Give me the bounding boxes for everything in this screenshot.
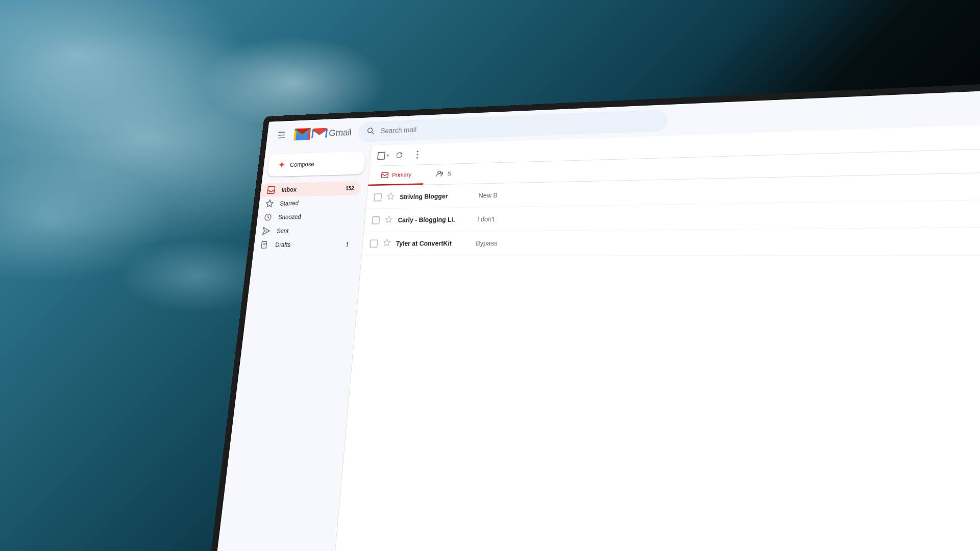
svg-point-15	[440, 172, 443, 174]
social-tab-label: S	[447, 170, 451, 177]
email-sender-1: Striving Blogger	[400, 192, 474, 201]
svg-marker-17	[385, 216, 393, 222]
sent-label: Sent	[277, 227, 351, 235]
search-icon	[366, 126, 375, 137]
drafts-badge: 1	[346, 241, 349, 247]
sidebar-item-starred[interactable]: Starred	[258, 195, 360, 210]
sent-icon	[262, 227, 271, 235]
sidebar-item-inbox[interactable]: Inbox 152	[260, 181, 361, 197]
email-checkbox-3[interactable]	[370, 239, 378, 247]
primary-tab-icon	[381, 171, 389, 179]
email-sender-3: Tyler at ConvertKit	[396, 239, 471, 247]
star-icon	[265, 199, 274, 208]
svg-point-11	[416, 154, 418, 155]
svg-point-10	[417, 151, 419, 152]
sidebar-item-sent[interactable]: Sent	[255, 223, 358, 238]
primary-tab-label: Primary	[392, 171, 412, 178]
compose-button[interactable]: ✦ Compose	[267, 151, 365, 177]
star-button-3[interactable]	[382, 238, 391, 248]
gmail-logo-svg	[311, 128, 328, 140]
select-dropdown-arrow[interactable]: ▾	[387, 153, 389, 158]
svg-marker-18	[383, 239, 390, 245]
email-panel: ▾	[333, 122, 980, 551]
email-preview-1: New B	[478, 181, 980, 199]
gmail-logo-area: Gmail	[293, 126, 352, 141]
svg-rect-2	[267, 186, 275, 193]
social-tab-icon	[436, 169, 445, 178]
svg-marker-16	[387, 193, 395, 199]
starred-label: Starred	[280, 198, 353, 207]
email-checkbox-2[interactable]	[372, 216, 380, 224]
select-all-checkbox[interactable]	[377, 152, 385, 160]
tab-primary[interactable]: Primary	[368, 165, 424, 186]
inbox-icon	[266, 186, 276, 194]
tab-social[interactable]: S	[423, 164, 464, 185]
inbox-badge: 152	[345, 185, 354, 191]
svg-marker-3	[266, 200, 274, 207]
email-list: Striving Blogger New B Carly - Blogging …	[333, 171, 980, 551]
menu-button[interactable]	[273, 127, 290, 143]
svg-point-14	[437, 171, 440, 173]
email-row[interactable]: Tyler at ConvertKit Bypass	[362, 227, 980, 256]
more-options-button[interactable]	[409, 146, 426, 162]
email-sender-2: Carly - Blogging Li.	[398, 215, 472, 223]
email-preview-3: Bypass	[476, 237, 980, 247]
gmail-screen: Gmail	[216, 88, 980, 551]
sidebar-item-drafts[interactable]: Drafts 1	[253, 237, 356, 252]
laptop-screen-container: Gmail	[210, 81, 980, 551]
snoozed-icon	[263, 213, 273, 221]
gmail-wordmark: Gmail	[328, 127, 352, 139]
gmail-main: ✦ Compose Inbox 152	[216, 122, 980, 551]
search-input[interactable]	[380, 116, 657, 135]
drafts-label: Drafts	[275, 241, 339, 248]
svg-rect-13	[381, 172, 388, 178]
refresh-button[interactable]	[391, 147, 408, 163]
email-checkbox-1[interactable]	[374, 193, 382, 202]
select-all-area[interactable]: ▾	[377, 152, 389, 160]
star-button-2[interactable]	[384, 215, 393, 224]
compose-label: Compose	[289, 161, 314, 168]
laptop-wrapper: Gmail	[0, 0, 980, 551]
svg-line-1	[372, 132, 374, 134]
inbox-label: Inbox	[281, 185, 339, 193]
email-preview-2: I don't	[477, 209, 980, 223]
sidebar-item-snoozed[interactable]: Snoozed	[257, 209, 359, 224]
snoozed-label: Snoozed	[278, 213, 352, 220]
drafts-icon	[260, 240, 270, 249]
hamburger-icon	[278, 132, 285, 138]
star-button-1[interactable]	[386, 192, 395, 202]
compose-plus-icon: ✦	[278, 160, 286, 169]
gmail-m-icon	[293, 128, 311, 140]
svg-point-12	[416, 157, 418, 158]
